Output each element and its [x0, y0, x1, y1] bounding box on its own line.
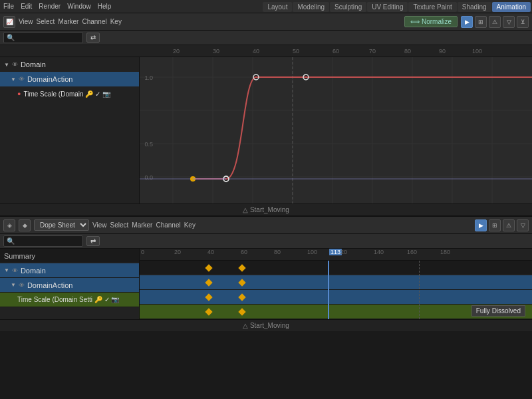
svg-text:1.0: 1.0: [144, 74, 153, 81]
dope-row-domainaction: [140, 290, 532, 305]
dope-timescale-label: Time Scale (Domain Setti 🔑 ✓ 📷: [17, 296, 119, 303]
tl-num-60: 60: [332, 48, 339, 55]
graph-key-menu[interactable]: Key: [110, 18, 122, 25]
graph-marker-menu[interactable]: Marker: [58, 18, 78, 25]
dope-tl-140: 140: [374, 249, 384, 255]
flip-icon[interactable]: ⇄: [86, 33, 100, 43]
red-dot-icon: ●: [17, 90, 21, 97]
keyframe-timescale-1[interactable]: [205, 308, 212, 315]
menu-edit[interactable]: Edit: [21, 3, 32, 10]
eye-icon-domainaction: 👁: [19, 76, 25, 82]
dope-tl-60: 60: [241, 249, 247, 255]
tl-num-20: 20: [173, 48, 180, 55]
graph-view-menu[interactable]: View: [19, 18, 33, 25]
dope-marker-menu[interactable]: Marker: [132, 221, 152, 229]
channel-domainaction-label: DomainAction: [27, 75, 72, 83]
fully-dissolved-tooltip: Fully Dissolved: [471, 305, 525, 317]
dope-status: △ Start_Moving: [0, 319, 532, 331]
dope-channel-menu[interactable]: Channel: [156, 221, 180, 229]
normalize-button[interactable]: ⟺ Normalize: [404, 16, 458, 27]
dope-channel-domainaction[interactable]: ▼ 👁 DomainAction: [0, 278, 139, 293]
dope-status-label: △ Start_Moving: [243, 322, 289, 329]
mode-tab-layout[interactable]: Layout: [263, 2, 292, 12]
dope-filter-1[interactable]: ▶: [475, 219, 487, 231]
keyframe-timescale-2[interactable]: [238, 308, 245, 315]
dope-row-summary: [140, 261, 532, 275]
filter-btn-4[interactable]: ▽: [503, 16, 515, 28]
graph-editor-type-icon: 📈: [3, 16, 15, 28]
keyframe-domain-2[interactable]: [238, 279, 245, 286]
tl-num-50: 50: [293, 48, 299, 55]
dope-timeline: 0 20 40 60 80 100 113 20 140 160 180: [140, 249, 532, 319]
normalize-icon: ⟺: [410, 18, 420, 25]
dope-channel-domain[interactable]: ▼ 👁 Domain: [0, 263, 139, 278]
dope-filter-4[interactable]: ▽: [517, 219, 529, 231]
dope-tl-80: 80: [274, 249, 281, 255]
keyframe-summary-1[interactable]: [205, 264, 212, 271]
dope-row-domain: [140, 275, 532, 290]
tl-num-100: 100: [472, 48, 482, 55]
filter-btn-1[interactable]: ▶: [461, 16, 473, 28]
graph-status-label: △ Start_Moving: [243, 206, 289, 213]
channel-domain-label: Domain: [21, 61, 46, 68]
dope-flip-icon[interactable]: ⇄: [86, 236, 100, 246]
graph-select-menu[interactable]: Select: [37, 18, 55, 25]
graph-channel-menu[interactable]: Channel: [82, 18, 106, 25]
dope-tl-100: 100: [307, 249, 317, 255]
keyframe-domainaction-2[interactable]: [238, 293, 245, 301]
tl-num-30: 30: [213, 48, 219, 55]
menu-file[interactable]: File: [3, 3, 14, 10]
dope-search-input[interactable]: [3, 235, 83, 247]
tl-num-40: 40: [253, 48, 259, 55]
dope-tl-20: 20: [174, 249, 181, 255]
tl-num-80: 80: [404, 48, 411, 55]
dope-channel-list: Summary ▼ 👁 Domain ▼ 👁 DomainAction Time…: [0, 249, 140, 319]
channel-domain[interactable]: ▼ 👁 Domain: [0, 57, 139, 72]
channel-timescale-label: Time Scale (Domain 🔑 ✓ 📷: [23, 90, 110, 98]
mode-tab-modeling[interactable]: Modeling: [293, 2, 329, 12]
keyframe-domain-1[interactable]: [205, 279, 212, 286]
tl-num-70: 70: [369, 48, 376, 55]
triangle-down-icon-2: ▼: [11, 76, 16, 82]
menu-help[interactable]: Help: [98, 3, 112, 10]
graph-search-input[interactable]: [3, 32, 83, 43]
dope-view-menu[interactable]: View: [92, 221, 107, 229]
filter-btn-5[interactable]: ⊻: [517, 16, 529, 28]
eye-icon-domain: 👁: [12, 61, 18, 68]
curve-canvas: 1.0 0.5 0.0: [140, 57, 532, 203]
filter-btn-2[interactable]: ⊞: [475, 16, 487, 28]
tl-num-90: 90: [439, 48, 446, 55]
dope-channel-timescale[interactable]: Time Scale (Domain Setti 🔑 ✓ 📷: [0, 293, 139, 307]
keyframe-summary-2[interactable]: [238, 264, 245, 271]
dope-mode-icon2: ◆: [19, 219, 31, 231]
dope-tl-40: 40: [207, 249, 214, 255]
filter-btn-3[interactable]: ⚠: [489, 16, 501, 28]
dope-select-menu[interactable]: Select: [110, 221, 129, 229]
eye-domainaction: 👁: [19, 282, 25, 289]
mode-tab-texturepaint[interactable]: Texture Paint: [408, 2, 456, 12]
channel-timescale[interactable]: ● Time Scale (Domain 🔑 ✓ 📷: [0, 86, 139, 101]
mode-tab-shading[interactable]: Shading: [458, 2, 491, 12]
dope-domainaction-label: DomainAction: [27, 281, 72, 289]
svg-text:0.0: 0.0: [144, 174, 153, 181]
mode-tab-animation[interactable]: Animation: [492, 2, 531, 12]
channel-list: ▼ 👁 Domain ▼ 👁 DomainAction ● Time Scale…: [0, 57, 140, 203]
dope-tl-0: 0: [141, 249, 144, 255]
keyframe-domainaction-1[interactable]: [205, 293, 212, 301]
dope-mode-icon: ◈: [3, 219, 15, 231]
mode-tab-uvediting[interactable]: UV Editing: [367, 2, 408, 12]
mode-tab-sculpting[interactable]: Sculpting: [330, 2, 366, 12]
dope-tl-180: 180: [440, 249, 450, 255]
dope-filter-3[interactable]: ⚠: [503, 219, 515, 231]
dope-filter-2[interactable]: ⊞: [489, 219, 501, 231]
dope-channel-summary[interactable]: Summary: [0, 249, 139, 263]
dope-key-menu[interactable]: Key: [184, 221, 196, 229]
current-frame-indicator: [328, 261, 329, 319]
dope-mode-select[interactable]: Dope Sheet: [34, 219, 89, 231]
menu-window[interactable]: Window: [67, 3, 91, 10]
menu-render[interactable]: Render: [39, 3, 61, 10]
eye-domain: 👁: [12, 267, 18, 274]
dope-tl-120: 20: [340, 249, 347, 255]
dope-domain-label: Domain: [21, 267, 46, 275]
channel-domainaction[interactable]: ▼ 👁 DomainAction: [0, 72, 139, 86]
